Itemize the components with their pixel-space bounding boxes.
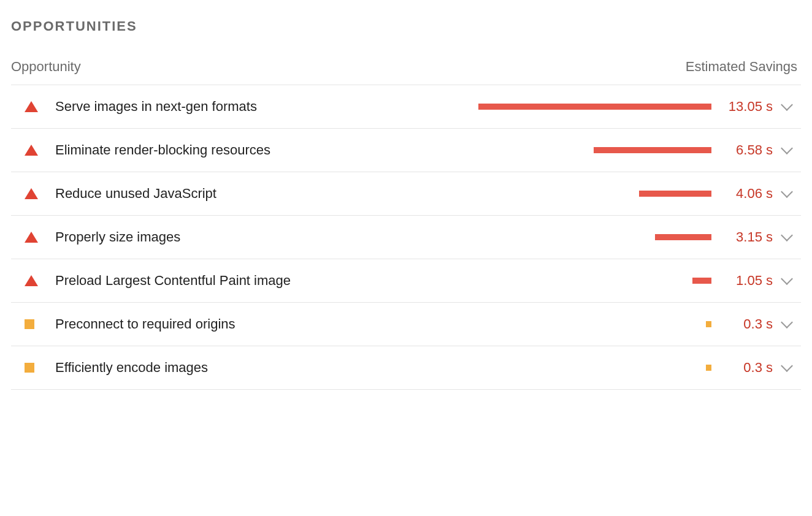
savings-bar-cell	[453, 321, 722, 327]
chevron-down-icon	[781, 273, 793, 285]
fail-triangle-icon	[25, 275, 38, 286]
opportunity-label: Reduce unused JavaScript	[55, 186, 453, 202]
opportunity-row[interactable]: Preconnect to required origins0.3 s	[11, 303, 801, 346]
fail-triangle-icon	[25, 145, 38, 156]
opportunity-row[interactable]: Reduce unused JavaScript4.06 s	[11, 172, 801, 216]
savings-bar-fill	[706, 365, 711, 371]
section-title: OPPORTUNITIES	[11, 18, 801, 34]
opportunity-label: Preload Largest Contentful Paint image	[55, 273, 453, 289]
chevron-down-icon	[781, 360, 793, 372]
savings-bar-fill	[639, 191, 711, 197]
opportunity-label: Serve images in next-gen formats	[55, 99, 453, 115]
chevron-down-icon	[781, 142, 793, 154]
opportunity-label: Properly size images	[55, 229, 453, 245]
chevron-down-icon	[781, 186, 793, 198]
expand-toggle[interactable]	[773, 191, 801, 196]
savings-bar-cell	[453, 365, 722, 371]
savings-bar-cell	[453, 191, 722, 197]
opportunity-label: Eliminate render-blocking resources	[55, 142, 453, 158]
savings-bar-track	[478, 365, 711, 371]
savings-bar-track	[478, 147, 711, 153]
expand-toggle[interactable]	[773, 235, 801, 240]
savings-bar-cell	[453, 104, 722, 110]
severity-icon-cell	[11, 319, 55, 329]
savings-bar-cell	[453, 234, 722, 240]
opportunities-list: Serve images in next-gen formats13.05 sE…	[11, 85, 801, 390]
opportunity-row[interactable]: Eliminate render-blocking resources6.58 …	[11, 129, 801, 172]
opportunity-row[interactable]: Preload Largest Contentful Paint image1.…	[11, 259, 801, 303]
opportunity-label: Efficiently encode images	[55, 360, 453, 376]
fail-triangle-icon	[25, 232, 38, 243]
chevron-down-icon	[781, 99, 793, 111]
opportunity-label: Preconnect to required origins	[55, 316, 453, 332]
expand-toggle[interactable]	[773, 365, 801, 370]
savings-value: 0.3 s	[722, 360, 773, 376]
expand-toggle[interactable]	[773, 104, 801, 109]
severity-icon-cell	[11, 232, 55, 243]
warn-square-icon	[25, 319, 34, 329]
severity-icon-cell	[11, 145, 55, 156]
severity-icon-cell	[11, 101, 55, 112]
savings-bar-track	[478, 234, 711, 240]
savings-bar-track	[478, 104, 711, 110]
savings-value: 0.3 s	[722, 316, 773, 332]
expand-toggle[interactable]	[773, 278, 801, 283]
warn-square-icon	[25, 363, 34, 373]
chevron-down-icon	[781, 229, 793, 241]
opportunities-header: Opportunity Estimated Savings	[11, 59, 801, 85]
savings-bar-cell	[453, 278, 722, 284]
expand-toggle[interactable]	[773, 148, 801, 153]
savings-value: 1.05 s	[722, 273, 773, 289]
opportunity-row[interactable]: Properly size images3.15 s	[11, 216, 801, 259]
chevron-down-icon	[781, 316, 793, 328]
opportunity-row[interactable]: Efficiently encode images0.3 s	[11, 346, 801, 390]
savings-value: 13.05 s	[722, 99, 773, 115]
opportunity-row[interactable]: Serve images in next-gen formats13.05 s	[11, 85, 801, 129]
severity-icon-cell	[11, 188, 55, 199]
column-header-opportunity: Opportunity	[11, 59, 453, 75]
savings-bar-track	[478, 321, 711, 327]
savings-bar-fill	[478, 104, 711, 110]
savings-bar-cell	[453, 147, 722, 153]
savings-bar-fill	[594, 147, 711, 153]
fail-triangle-icon	[25, 188, 38, 199]
savings-bar-fill	[655, 234, 711, 240]
severity-icon-cell	[11, 363, 55, 373]
column-header-estimated-savings: Estimated Savings	[453, 59, 801, 75]
savings-bar-track	[478, 191, 711, 197]
savings-bar-fill	[706, 321, 711, 327]
fail-triangle-icon	[25, 101, 38, 112]
severity-icon-cell	[11, 275, 55, 286]
savings-bar-track	[478, 278, 711, 284]
savings-value: 6.58 s	[722, 142, 773, 158]
savings-value: 4.06 s	[722, 186, 773, 202]
savings-bar-fill	[692, 278, 711, 284]
savings-value: 3.15 s	[722, 229, 773, 245]
expand-toggle[interactable]	[773, 322, 801, 327]
